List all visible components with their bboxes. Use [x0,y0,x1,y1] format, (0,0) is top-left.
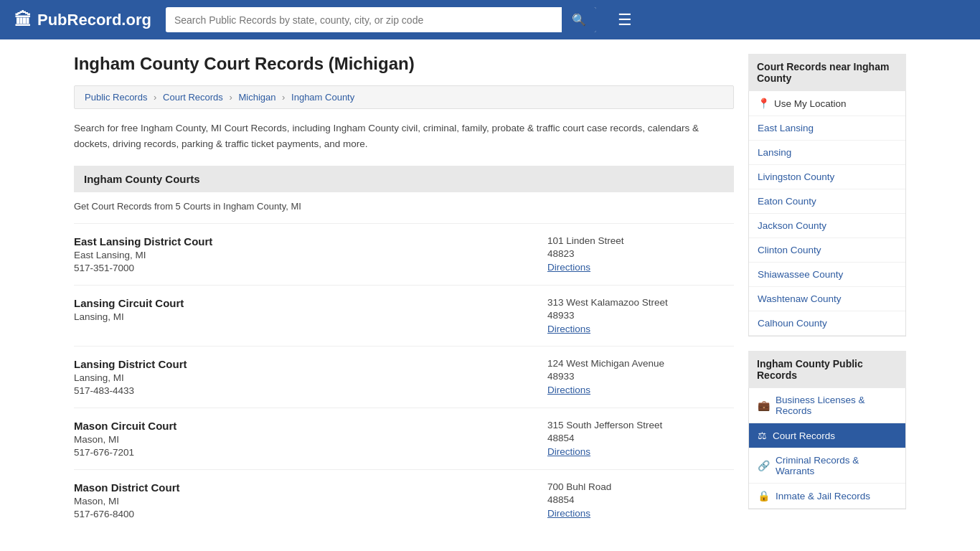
public-records-link[interactable]: 🔗Criminal Records & Warrants [749,448,905,483]
site-header: 🏛 PubRecord.org 🔍 ☰ [0,0,980,39]
nearby-calhoun-link[interactable]: Calhoun County [749,311,905,335]
public-records-link[interactable]: ⚖Court Records [749,423,905,448]
search-bar: 🔍 [166,7,596,32]
use-location-label: Use My Location [774,98,847,109]
court-location: Lansing, MI [74,372,547,383]
nearby-eaton-link[interactable]: Eaton County [749,189,905,213]
court-entry: Mason District Court Mason, MI 517-676-8… [74,469,734,531]
court-address-block: 315 South Jefferson Street 48854 Directi… [547,420,734,458]
nearby-livingston[interactable]: Livingston County [749,165,905,189]
court-phone: 517-676-7201 [74,447,547,458]
nearby-eaton[interactable]: Eaton County [749,189,905,214]
courts-list: East Lansing District Court East Lansing… [74,223,734,531]
breadcrumb-sep-2: › [229,92,232,103]
use-location-item[interactable]: 📍 Use My Location [749,91,905,116]
court-location: Mason, MI [74,496,547,507]
nearby-jackson[interactable]: Jackson County [749,214,905,238]
public-records-item[interactable]: 💼Business Licenses & Records [749,388,905,423]
court-location: Lansing, MI [74,311,547,322]
court-street: 124 West Michigan Avenue [547,358,734,369]
nearby-lansing[interactable]: Lansing [749,141,905,165]
nearby-washtenaw[interactable]: Washtenaw County [749,287,905,311]
public-records-link[interactable]: 🔒Inmate & Jail Records [749,484,905,508]
nearby-clinton-link[interactable]: Clinton County [749,238,905,262]
nearby-east-lansing[interactable]: East Lansing [749,116,905,141]
nearby-list: 📍 Use My Location East Lansing Lansing L… [748,91,906,336]
court-address-block: 313 West Kalamazoo Street 48933 Directio… [547,297,734,334]
nearby-livingston-link[interactable]: Livingston County [749,165,905,189]
logo-text: PubRecord.org [37,11,151,29]
courts-count: Get Court Records from 5 Courts in Ingha… [74,201,734,212]
nearby-jackson-link[interactable]: Jackson County [749,214,905,237]
rec-icon: 🔗 [758,460,770,471]
courts-section-header: Ingham County Courts [74,166,734,192]
content-area: Ingham County Court Records (Michigan) P… [74,54,734,531]
court-name: Lansing Circuit Court [74,297,547,309]
nearby-east-lansing-link[interactable]: East Lansing [749,116,905,140]
menu-icon[interactable]: ☰ [618,11,632,29]
nearby-calhoun[interactable]: Calhoun County [749,311,905,336]
court-info: Mason District Court Mason, MI 517-676-8… [74,481,547,519]
nearby-clinton[interactable]: Clinton County [749,238,905,263]
public-records-item[interactable]: 🔒Inmate & Jail Records [749,484,905,509]
court-info: East Lansing District Court East Lansing… [74,235,547,273]
court-street: 315 South Jefferson Street [547,420,734,430]
court-directions[interactable]: Directions [547,446,734,457]
public-records-item[interactable]: 🔗Criminal Records & Warrants [749,448,905,484]
nearby-washtenaw-link[interactable]: Washtenaw County [749,287,905,311]
directions-link[interactable]: Directions [547,262,590,273]
court-zip: 48933 [547,310,734,321]
public-records-sidebar: Ingham County Public Records 💼Business L… [748,351,906,509]
court-directions[interactable]: Directions [547,507,734,519]
court-phone: 517-483-4433 [74,385,547,396]
court-zip: 48854 [547,494,734,505]
breadcrumb: Public Records › Court Records › Michiga… [74,85,734,109]
court-zip: 48854 [547,433,734,443]
court-info: Mason Circuit Court Mason, MI 517-676-72… [74,420,547,458]
court-directions[interactable]: Directions [547,261,734,273]
public-records-link[interactable]: 💼Business Licenses & Records [749,388,905,423]
search-input[interactable] [166,9,562,32]
court-directions[interactable]: Directions [547,384,734,395]
breadcrumb-sep-1: › [154,92,156,103]
court-street: 101 Linden Street [547,235,734,246]
use-location-link[interactable]: 📍 Use My Location [749,91,905,116]
breadcrumb-sep-3: › [282,92,285,103]
court-name: Mason Circuit Court [74,420,547,432]
rec-icon: 💼 [758,400,770,411]
court-phone: 517-676-8400 [74,509,547,519]
court-info: Lansing Circuit Court Lansing, MI [74,297,547,334]
breadcrumb-public-records[interactable]: Public Records [85,92,147,103]
nearby-section-title: Court Records near Ingham County [748,54,906,91]
directions-link[interactable]: Directions [547,324,590,334]
court-street: 700 Buhl Road [547,481,734,492]
public-records-list: 💼Business Licenses & Records⚖Court Recor… [748,388,906,509]
court-street: 313 West Kalamazoo Street [547,297,734,308]
breadcrumb-court-records[interactable]: Court Records [163,92,223,103]
search-button[interactable]: 🔍 [562,7,596,32]
site-logo[interactable]: 🏛 PubRecord.org [14,10,151,30]
court-entry: Mason Circuit Court Mason, MI 517-676-72… [74,408,734,469]
public-records-section-title: Ingham County Public Records [748,351,906,388]
nearby-shiawassee[interactable]: Shiawassee County [749,263,905,287]
nearby-shiawassee-link[interactable]: Shiawassee County [749,263,905,286]
main-container: Ingham County Court Records (Michigan) P… [60,39,920,545]
court-directions[interactable]: Directions [547,323,734,334]
directions-link[interactable]: Directions [547,385,590,395]
public-records-item[interactable]: ⚖Court Records [749,423,905,448]
court-zip: 48933 [547,371,734,382]
page-title: Ingham County Court Records (Michigan) [74,54,734,74]
pin-icon: 📍 [758,98,770,109]
court-address-block: 124 West Michigan Avenue 48933 Direction… [547,358,734,396]
breadcrumb-ingham-county[interactable]: Ingham County [291,92,354,103]
court-entry: Lansing Circuit Court Lansing, MI 313 We… [74,285,734,346]
nearby-lansing-link[interactable]: Lansing [749,141,905,164]
directions-link[interactable]: Directions [547,446,590,457]
page-description: Search for free Ingham County, MI Court … [74,121,734,151]
court-address-block: 700 Buhl Road 48854 Directions [547,481,734,519]
court-name: Mason District Court [74,481,547,494]
court-entry: East Lansing District Court East Lansing… [74,223,734,285]
directions-link[interactable]: Directions [547,508,590,519]
breadcrumb-michigan[interactable]: Michigan [238,92,275,103]
rec-icon: 🔒 [758,490,770,501]
